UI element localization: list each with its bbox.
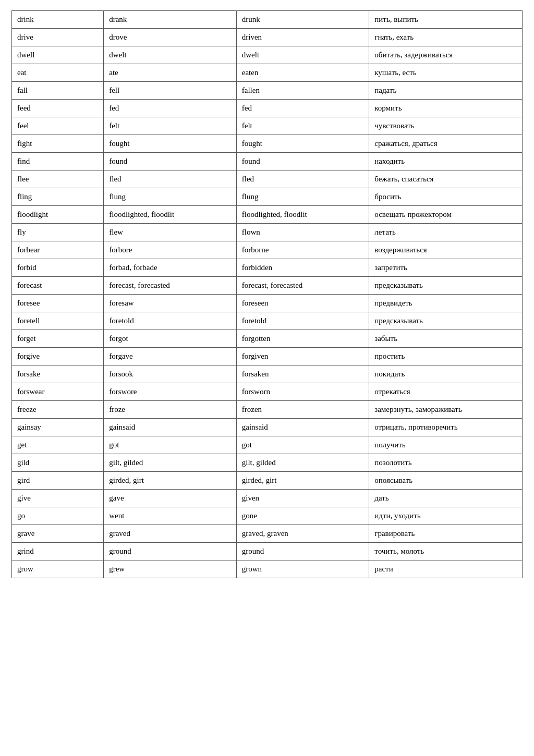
table-cell: froze [104, 401, 237, 419]
table-row: givegavegivenдать [12, 490, 523, 507]
table-cell: foretold [236, 312, 369, 330]
table-cell: падать [369, 82, 523, 100]
table-row: drinkdrankdrunkпить, выпить [12, 11, 523, 29]
table-row: fleefledfledбежать, спасаться [12, 170, 523, 188]
table-cell: пить, выпить [369, 11, 523, 29]
table-cell: got [104, 436, 237, 454]
table-cell: grind [12, 543, 104, 560]
table-cell: fed [236, 100, 369, 117]
table-cell: fled [236, 170, 369, 188]
table-cell: gone [236, 507, 369, 525]
table-row: flingflungflungбросить [12, 188, 523, 206]
table-cell: fed [104, 100, 237, 117]
table-cell: fight [12, 135, 104, 153]
table-cell: предсказывать [369, 312, 523, 330]
table-cell: eaten [236, 64, 369, 82]
table-cell: grow [12, 560, 104, 578]
table-cell: drink [12, 11, 104, 29]
table-cell: foretell [12, 312, 104, 330]
table-cell: находить [369, 153, 523, 170]
table-cell: fallen [236, 82, 369, 100]
table-cell: foresaw [104, 295, 237, 312]
table-row: foretellforetoldforetoldпредсказывать [12, 312, 523, 330]
table-row: forgetforgotforgottenзабыть [12, 330, 523, 348]
table-cell: гравировать [369, 525, 523, 543]
table-cell: замерзнуть, замораживать [369, 401, 523, 419]
table-row: floodlightfloodlighted, floodlitfloodlig… [12, 206, 523, 224]
table-cell: found [236, 153, 369, 170]
table-cell: forgiven [236, 348, 369, 365]
table-cell: flown [236, 224, 369, 241]
table-row: gravegravedgraved, gravenгравировать [12, 525, 523, 543]
table-cell: освещать прожектором [369, 206, 523, 224]
table-cell: предсказывать [369, 277, 523, 295]
table-cell: floodlighted, floodlit [236, 206, 369, 224]
table-row: gainsaygainsaidgainsaidотрицать, противо… [12, 419, 523, 436]
table-row: forecastforecast, forecastedforecast, fo… [12, 277, 523, 295]
table-cell: дать [369, 490, 523, 507]
table-cell: girded, girt [236, 472, 369, 490]
table-cell: forsook [104, 365, 237, 383]
table-cell: dwelt [104, 46, 237, 64]
table-row: forsakeforsookforsakenпокидать [12, 365, 523, 383]
table-row: flyflewflownлетать [12, 224, 523, 241]
table-cell: gave [104, 490, 237, 507]
table-cell: предвидеть [369, 295, 523, 312]
table-row: forbidforbad, forbadeforbiddenзапретить [12, 259, 523, 277]
table-cell: кушать, есть [369, 64, 523, 82]
table-cell: опоясывать [369, 472, 523, 490]
table-cell: отрицать, противоречить [369, 419, 523, 436]
table-cell: fought [236, 135, 369, 153]
table-cell: отрекаться [369, 383, 523, 401]
table-cell: drunk [236, 11, 369, 29]
table-row: getgotgotполучить [12, 436, 523, 454]
table-cell: воздерживаться [369, 241, 523, 259]
table-row: girdgirded, girtgirded, girtопоясывать [12, 472, 523, 490]
table-cell: летать [369, 224, 523, 241]
table-row: forbearforboreforborneвоздерживаться [12, 241, 523, 259]
table-cell: fly [12, 224, 104, 241]
table-cell: позолотить [369, 454, 523, 472]
table-row: drivedrovedrivenгнать, ехать [12, 29, 523, 46]
table-cell: forbore [104, 241, 237, 259]
table-cell: обитать, задерживаться [369, 46, 523, 64]
table-cell: felt [104, 117, 237, 135]
table-cell: fall [12, 82, 104, 100]
table-cell: found [104, 153, 237, 170]
table-cell: got [236, 436, 369, 454]
table-cell: fell [104, 82, 237, 100]
table-cell: бежать, спасаться [369, 170, 523, 188]
table-cell: forswore [104, 383, 237, 401]
table-cell: запретить [369, 259, 523, 277]
table-row: eatateeatenкушать, есть [12, 64, 523, 82]
table-cell: get [12, 436, 104, 454]
table-cell: graved, graven [236, 525, 369, 543]
table-cell: точить, молоть [369, 543, 523, 560]
table-cell: forbidden [236, 259, 369, 277]
irregular-verbs-table: drinkdrankdrunkпить, выпитьdrivedrovedri… [11, 10, 523, 578]
table-cell: forbad, forbade [104, 259, 237, 277]
table-row: feelfeltfeltчувствовать [12, 117, 523, 135]
table-cell: forecast [12, 277, 104, 295]
table-cell: чувствовать [369, 117, 523, 135]
table-row: fallfellfallenпадать [12, 82, 523, 100]
table-cell: кормить [369, 100, 523, 117]
table-row: gowentgoneидти, уходить [12, 507, 523, 525]
table-cell: drank [104, 11, 237, 29]
table-cell: бросить [369, 188, 523, 206]
table-cell: dwell [12, 46, 104, 64]
table-cell: забыть [369, 330, 523, 348]
table-row: grindgroundgroundточить, молоть [12, 543, 523, 560]
table-cell: сражаться, драться [369, 135, 523, 153]
table-cell: gild [12, 454, 104, 472]
table-cell: given [236, 490, 369, 507]
table-cell: forsake [12, 365, 104, 383]
table-cell: forsworn [236, 383, 369, 401]
table-cell: идти, уходить [369, 507, 523, 525]
table-cell: grown [236, 560, 369, 578]
table-cell: forswear [12, 383, 104, 401]
table-cell: fling [12, 188, 104, 206]
table-cell: flung [104, 188, 237, 206]
table-cell: went [104, 507, 237, 525]
table-cell: foresee [12, 295, 104, 312]
